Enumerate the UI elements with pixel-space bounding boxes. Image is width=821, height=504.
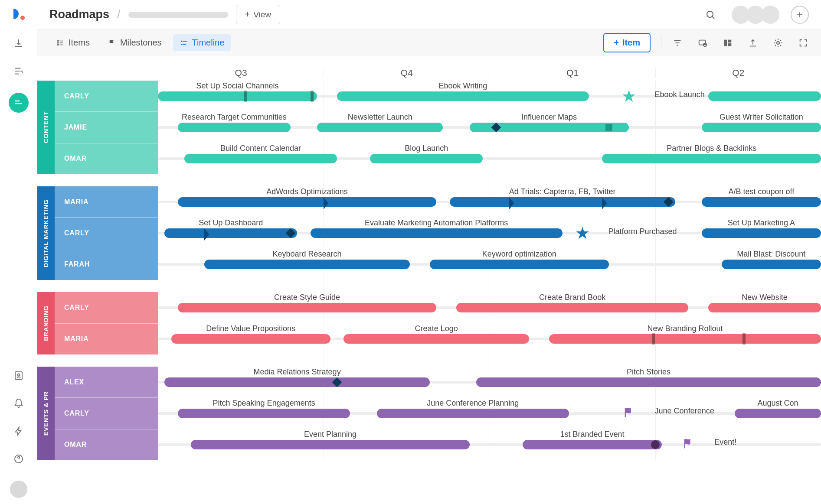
timeline-bar[interactable]: Keyword optimization xyxy=(430,260,609,269)
fullscreen-icon[interactable] xyxy=(798,37,809,49)
svg-rect-7 xyxy=(57,42,59,43)
timeline-bar[interactable]: Set Up Social Channels xyxy=(158,91,317,101)
swimlane-person[interactable]: MARIA xyxy=(55,323,158,355)
collaborator-avatars[interactable] xyxy=(732,6,779,24)
swimlane-tab[interactable]: DIGITAL MARKETING xyxy=(37,186,55,280)
export-icon[interactable] xyxy=(747,37,759,49)
timeline-row: Keyboard ResearchKeyword optimizationMai… xyxy=(158,249,821,280)
timeline-bar[interactable]: Blog Launch xyxy=(370,154,483,163)
svg-point-0 xyxy=(20,16,25,20)
quarter-header: Q4 xyxy=(324,68,489,78)
sub-toolbar: Items Milestones Timeline +Item xyxy=(37,29,821,56)
help-icon[interactable] xyxy=(13,453,25,465)
timeline-bar[interactable]: A/B test coupon off xyxy=(702,197,821,207)
tab-milestones[interactable]: Milestones xyxy=(101,34,169,51)
timeline-bar[interactable]: Event Planning xyxy=(191,440,469,449)
swimlane-tab[interactable]: CONTENT xyxy=(37,81,55,174)
svg-rect-19 xyxy=(728,43,731,46)
swimlane-person[interactable]: CARLY xyxy=(55,81,158,111)
milestone-flag[interactable]: Event! xyxy=(688,437,700,452)
milestone-star[interactable]: ★Ebook Launch xyxy=(629,88,644,104)
swimlane-person[interactable]: MARIA xyxy=(55,186,158,217)
timeline-icon[interactable] xyxy=(9,93,29,113)
page-title: Roadmaps xyxy=(49,8,109,21)
timeline-bar[interactable]: Research Target Communities xyxy=(178,123,291,132)
bell-icon[interactable] xyxy=(13,397,25,410)
timeline-bar[interactable]: Pitch Stories xyxy=(476,377,821,387)
timeline-bar[interactable]: Set Up Dashboard xyxy=(164,228,297,238)
tab-items[interactable]: Items xyxy=(49,34,97,51)
timeline-row: Media Relations StrategyPitch Stories xyxy=(158,367,821,398)
timeline-bar[interactable]: New Website xyxy=(708,303,821,312)
swimlane-person[interactable]: OMAR xyxy=(55,429,158,460)
timeline-bar[interactable]: Set Up Marketing A xyxy=(702,228,821,238)
timeline-bar[interactable]: AdWords Optimizations xyxy=(178,197,436,207)
swimlane-person[interactable]: JAMIE xyxy=(55,111,158,143)
svg-rect-17 xyxy=(724,39,727,46)
link-icon[interactable] xyxy=(697,37,708,49)
filter-icon[interactable] xyxy=(672,37,683,49)
timeline-bar[interactable] xyxy=(708,91,821,101)
milestone-flag[interactable]: June Conference xyxy=(629,406,641,421)
view-button[interactable]: +View xyxy=(236,5,281,24)
svg-rect-12 xyxy=(183,41,187,42)
swimlane-person[interactable]: OMAR xyxy=(55,143,158,174)
timeline-bar[interactable]: Media Relations Strategy xyxy=(164,377,430,387)
quarter-header: Q3 xyxy=(158,68,324,78)
breadcrumb-placeholder xyxy=(128,12,228,18)
timeline-row: Define Value PropositionsCreate LogoNew … xyxy=(158,323,821,354)
swimlane-person[interactable]: CARLY xyxy=(55,217,158,248)
timeline-bar[interactable]: New Branding Rollout xyxy=(549,334,821,344)
timeline-bar[interactable]: Partner Blogs & Backlinks xyxy=(602,154,821,163)
tab-timeline[interactable]: Timeline xyxy=(173,34,232,51)
timeline-bar[interactable]: Define Value Propositions xyxy=(171,334,330,344)
contacts-icon[interactable] xyxy=(13,370,25,382)
left-nav-rail xyxy=(0,0,37,504)
timeline-row: Event Planning1st Branded EventEvent! xyxy=(158,429,821,460)
search-icon[interactable] xyxy=(705,9,716,20)
swimlane-tab[interactable]: EVENTS & PR xyxy=(37,367,55,460)
timeline-row: AdWords OptimizationsAd Trials: Capterra… xyxy=(158,186,821,218)
user-avatar[interactable] xyxy=(10,481,27,498)
svg-point-4 xyxy=(707,11,713,17)
timeline-bar[interactable]: Pitch Speaking Engagements xyxy=(178,409,350,418)
timeline-bar[interactable]: Create Brand Book xyxy=(456,303,688,312)
svg-point-20 xyxy=(777,42,779,44)
quarter-header: Q2 xyxy=(655,68,821,78)
timeline-bar[interactable]: Build Content Calendar xyxy=(184,154,337,163)
timeline-bar[interactable]: Create Style Guide xyxy=(178,303,436,312)
timeline-row: Build Content CalendarBlog LaunchPartner… xyxy=(158,143,821,174)
app-logo xyxy=(11,6,26,22)
swimlane-person[interactable]: CARLY xyxy=(55,397,158,429)
swimlane-person[interactable]: FARAH xyxy=(55,249,158,280)
milestone-star[interactable]: ★Platform Purchased xyxy=(582,225,597,241)
timeline-bar[interactable]: August Con xyxy=(735,409,821,418)
layout-icon[interactable] xyxy=(722,37,733,49)
timeline-bar[interactable]: Newsletter Launch xyxy=(317,123,443,132)
timeline-bar[interactable]: Keyboard Research xyxy=(204,260,410,269)
timeline-bar[interactable]: Guest Writer Solicitation xyxy=(702,123,821,132)
add-collaborator-button[interactable]: + xyxy=(791,6,809,24)
gear-icon[interactable] xyxy=(772,37,784,49)
timeline-bar[interactable]: Ebook Writing xyxy=(337,91,589,101)
swimlane-person[interactable]: ALEX xyxy=(55,367,158,397)
timeline-bar[interactable]: 1st Branded Event xyxy=(523,440,662,449)
timeline-bar[interactable]: Mail Blast: Discount xyxy=(722,260,821,269)
list-icon[interactable] xyxy=(13,65,25,77)
bolt-icon[interactable] xyxy=(13,425,25,437)
swimlane-tab[interactable]: BRANDING xyxy=(37,292,55,354)
swimlane: CONTENTCARLYJAMIEOMARSet Up Social Chann… xyxy=(37,81,821,174)
timeline-row: Create Style GuideCreate Brand BookNew W… xyxy=(158,292,821,323)
timeline-bar[interactable]: Create Logo xyxy=(343,334,529,344)
quarter-header: Q1 xyxy=(490,68,655,78)
timeline-bar[interactable]: Influencer Maps xyxy=(470,123,629,132)
add-item-button[interactable]: +Item xyxy=(603,33,651,52)
swimlane-person[interactable]: CARLY xyxy=(55,292,158,323)
timeline-bar[interactable]: Ad Trials: Capterra, FB, Twitter xyxy=(450,197,675,207)
timeline-bar[interactable]: June Conference Planning xyxy=(377,409,569,418)
timeline-row: Pitch Speaking EngagementsJune Conferenc… xyxy=(158,398,821,429)
svg-rect-11 xyxy=(181,40,182,42)
timeline-bar[interactable]: Evaluate Marketing Automation Platforms xyxy=(311,228,563,238)
svg-point-16 xyxy=(703,43,707,47)
download-icon[interactable] xyxy=(13,37,25,49)
